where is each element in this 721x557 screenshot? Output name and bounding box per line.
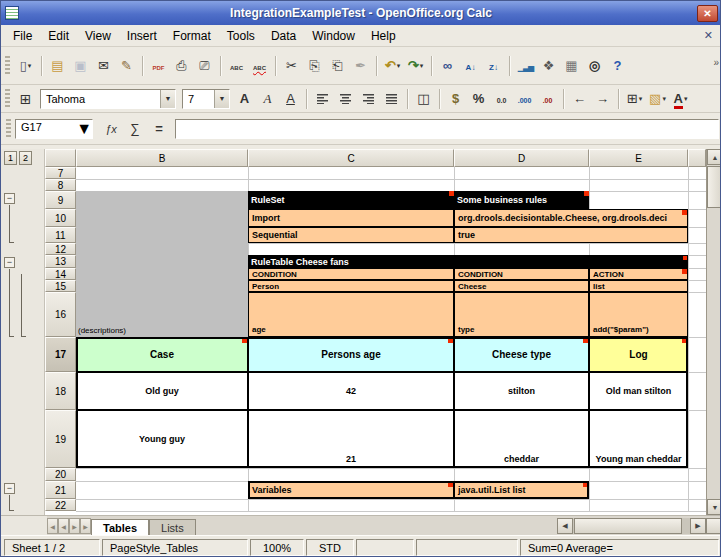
title-bar[interactable]: IntegrationExampleTest - OpenOffice.org … xyxy=(1,1,721,25)
cell-C16[interactable]: age xyxy=(248,292,454,337)
collapse-group-button[interactable]: − xyxy=(4,483,15,494)
cell-D21[interactable]: java.util.List list xyxy=(454,481,589,499)
horizontal-scrollbar[interactable]: ◀ ▶ xyxy=(557,516,721,536)
align-justify-button[interactable] xyxy=(380,88,403,110)
row-header-13[interactable]: 13 xyxy=(45,255,76,268)
currency-button[interactable] xyxy=(444,88,467,110)
background-color-button[interactable]: ▾ xyxy=(646,88,669,110)
column-header-E[interactable]: E xyxy=(589,149,688,167)
edit-file-button[interactable] xyxy=(115,55,138,77)
spellcheck-button[interactable] xyxy=(225,55,248,77)
scroll-up-icon[interactable]: ▲ xyxy=(707,149,721,165)
cell-C17[interactable]: Persons age xyxy=(248,337,454,372)
navigator-button[interactable] xyxy=(537,55,560,77)
gallery-button[interactable] xyxy=(560,55,583,77)
cell-B9[interactable] xyxy=(76,191,248,292)
row-header-17[interactable]: 17 xyxy=(45,337,76,372)
scroll-left-icon[interactable]: ◀ xyxy=(557,518,573,534)
row-header-11[interactable]: 11 xyxy=(45,227,76,243)
next-sheet-button[interactable]: ▶ xyxy=(69,518,80,534)
redo-button[interactable]: ▾ xyxy=(404,55,427,77)
cell-D16[interactable]: type xyxy=(454,292,589,337)
export-pdf-button[interactable] xyxy=(147,55,170,77)
format-paintbrush-button[interactable] xyxy=(349,55,372,77)
sum-button[interactable] xyxy=(123,119,147,139)
last-sheet-button[interactable]: ▶ xyxy=(80,518,91,534)
formula-button[interactable] xyxy=(147,119,171,139)
column-header-B[interactable]: B xyxy=(76,149,248,167)
cell-C11[interactable]: Sequential xyxy=(248,227,454,243)
row-header-7[interactable]: 7 xyxy=(45,167,76,179)
cell-C21[interactable]: Variables xyxy=(248,481,454,499)
align-right-button[interactable] xyxy=(357,88,380,110)
row-header-20[interactable]: 20 xyxy=(45,468,76,481)
cell-E17[interactable]: Log xyxy=(589,337,688,372)
cell-B17[interactable]: Case xyxy=(76,337,248,372)
cell-C14[interactable]: CONDITION xyxy=(248,268,454,280)
menu-data[interactable]: Data xyxy=(263,27,304,45)
cell-D11[interactable]: true xyxy=(454,227,688,243)
copy-button[interactable] xyxy=(303,55,326,77)
cell-E19[interactable]: Young man cheddar xyxy=(589,410,688,468)
font-color-button[interactable]: ▾ xyxy=(669,88,692,110)
row-header-12[interactable]: 12 xyxy=(45,243,76,255)
horizontal-scroll-track[interactable] xyxy=(573,518,690,534)
paste-button[interactable] xyxy=(326,55,349,77)
row-header-22[interactable]: 22 xyxy=(45,499,76,511)
toolbar-grip[interactable] xyxy=(5,56,10,76)
row-header-10[interactable]: 10 xyxy=(45,209,76,227)
menu-window[interactable]: Window xyxy=(304,27,363,45)
formula-input[interactable] xyxy=(175,119,719,139)
outline-level-2-button[interactable]: 2 xyxy=(19,151,32,165)
cell-D10[interactable]: org.drools.decisiontable.Cheese, org.dro… xyxy=(454,209,688,227)
chevron-down-icon[interactable]: ▼ xyxy=(214,90,229,108)
sort-descending-button[interactable] xyxy=(482,55,505,77)
window-close-button[interactable]: ✕ xyxy=(697,5,718,22)
toolbar-grip[interactable] xyxy=(6,119,11,139)
first-sheet-button[interactable]: ◀ xyxy=(47,518,58,534)
cell-C9[interactable]: RuleSet xyxy=(248,191,454,209)
cell-D19[interactable]: cheddar xyxy=(454,410,589,468)
save-button[interactable] xyxy=(69,55,92,77)
undo-button[interactable]: ▾ xyxy=(381,55,404,77)
document-close-button[interactable]: ✕ xyxy=(699,28,718,43)
sheet-tab-lists[interactable]: Lists xyxy=(149,519,196,536)
vertical-scroll-thumb[interactable] xyxy=(707,166,721,208)
open-button[interactable] xyxy=(46,55,69,77)
cell-E16[interactable]: add("$param") xyxy=(589,292,688,337)
italic-button[interactable] xyxy=(256,88,279,110)
bold-button[interactable] xyxy=(233,88,256,110)
previous-sheet-button[interactable]: ◀ xyxy=(58,518,69,534)
align-center-button[interactable] xyxy=(334,88,357,110)
zoom-button[interactable] xyxy=(583,55,606,77)
horizontal-scroll-thumb[interactable] xyxy=(574,518,682,534)
help-button[interactable] xyxy=(606,55,629,77)
row-header-15[interactable]: 15 xyxy=(45,280,76,292)
select-all-corner[interactable] xyxy=(45,149,76,167)
cell-D17[interactable]: Cheese type xyxy=(454,337,589,372)
toolbar-grip[interactable] xyxy=(5,89,10,109)
cell-C10[interactable]: Import xyxy=(248,209,454,227)
delete-decimal-button[interactable] xyxy=(536,88,559,110)
page-preview-button[interactable] xyxy=(193,55,216,77)
sort-ascending-button[interactable] xyxy=(459,55,482,77)
standard-format-button[interactable] xyxy=(490,88,513,110)
cut-button[interactable] xyxy=(280,55,303,77)
vertical-scrollbar[interactable]: ▲ ▼ xyxy=(706,149,721,515)
add-decimal-button[interactable] xyxy=(513,88,536,110)
scroll-down-icon[interactable]: ▼ xyxy=(707,499,721,515)
new-document-button[interactable]: ▾ xyxy=(14,55,37,77)
menu-tools[interactable]: Tools xyxy=(219,27,263,45)
collapse-group-button[interactable]: − xyxy=(4,257,15,268)
hyperlink-button[interactable] xyxy=(436,55,459,77)
font-name-combo[interactable]: Tahoma ▼ xyxy=(40,89,176,109)
function-wizard-button[interactable] xyxy=(99,119,123,139)
auto-spellcheck-button[interactable] xyxy=(248,55,271,77)
cell-B19[interactable]: Young guy xyxy=(76,410,248,468)
menu-file[interactable]: File xyxy=(5,27,40,45)
menu-view[interactable]: View xyxy=(77,27,119,45)
cell-E18[interactable]: Old man stilton xyxy=(589,372,688,410)
name-box[interactable]: G17 ▼ xyxy=(15,119,93,139)
merge-cells-button[interactable] xyxy=(412,88,435,110)
row-header-8[interactable]: 8 xyxy=(45,179,76,191)
